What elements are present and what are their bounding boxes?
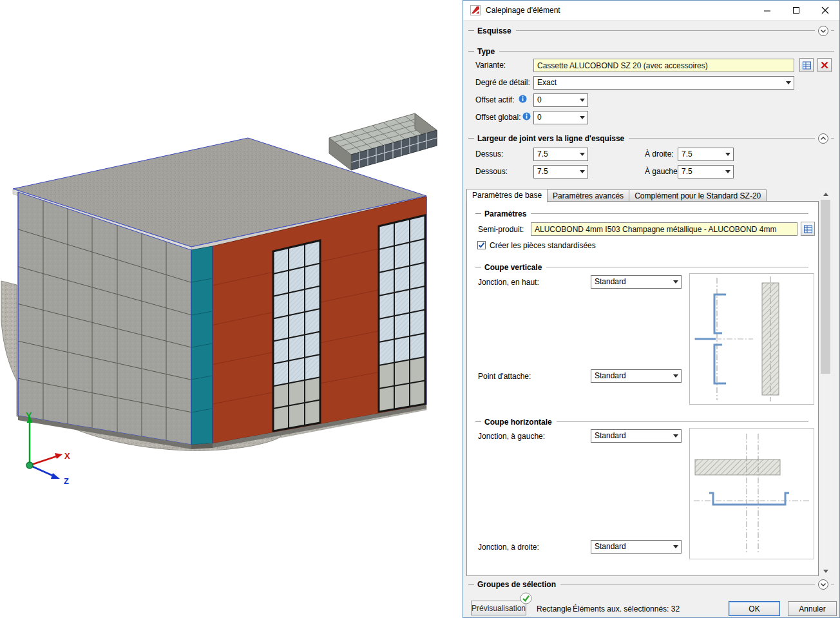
axis-x-label: X — [64, 451, 70, 461]
section-coupe-verticale: Coupe verticale — [475, 262, 808, 273]
offset-actif-select[interactable]: 0 — [533, 93, 588, 107]
maximize-icon — [792, 6, 800, 14]
section-type-label: Type — [477, 47, 495, 56]
joint-gauche-select[interactable]: 7.5 — [678, 165, 734, 179]
previsualisation-button[interactable]: Prévisualisation — [471, 601, 526, 615]
chevron-down-icon[interactable] — [817, 579, 829, 590]
dialog-title-bar[interactable]: Calepinage d'élément — [463, 1, 839, 21]
chevron-down-icon — [671, 276, 680, 287]
joint-droite-label: À droite: — [645, 150, 674, 159]
building-model: Y X Z — [0, 0, 463, 618]
chevron-down-icon — [671, 430, 680, 441]
cancel-button[interactable]: Annuler — [788, 601, 837, 616]
tab-parametres-avances[interactable]: Paramètres avancés — [547, 189, 629, 202]
chevron-down-icon — [671, 371, 680, 381]
joint-dessous-select[interactable]: 7.5 — [533, 165, 588, 179]
chevron-down-icon — [783, 77, 793, 88]
window-band-right — [379, 215, 425, 412]
joint-droite-select[interactable]: 7.5 — [678, 148, 734, 161]
preview-active-check-icon — [520, 592, 532, 604]
viewport-3d[interactable]: Y X Z — [0, 0, 463, 618]
joint-gauche-label: À gauche: — [645, 167, 680, 176]
shape-status-label: Rectangle — [537, 604, 571, 613]
offset-global-value: 0 — [537, 113, 576, 122]
jonction-gauche-value: Standard — [595, 431, 669, 441]
maximize-button[interactable] — [781, 1, 810, 21]
jonction-droite-select[interactable]: Standard — [591, 540, 682, 554]
semi-produit-field[interactable] — [531, 222, 797, 236]
chevron-down-icon[interactable] — [817, 25, 829, 37]
selection-count-label: Éléments aux. sélectionnés: 32 — [573, 604, 680, 613]
jonction-gauche-select[interactable]: Standard — [591, 429, 682, 443]
check-icon — [478, 242, 485, 249]
chevron-down-icon — [723, 149, 732, 160]
degre-detail-select[interactable]: Exact — [533, 76, 794, 90]
catalog-icon — [802, 61, 812, 70]
semi-produit-catalog-button[interactable] — [801, 222, 815, 236]
point-attache-label: Point d'attache: — [478, 372, 531, 381]
creer-pieces-checkbox[interactable] — [477, 241, 486, 249]
window-band-left — [273, 240, 320, 431]
section-coupe-horizontale: Coupe horizontale — [475, 416, 808, 427]
clerestory — [329, 113, 437, 170]
section-esquisse-label: Esquisse — [477, 26, 511, 35]
joint-droite-value: 7.5 — [682, 150, 721, 159]
creer-pieces-label: Créer les pièces standardisées — [490, 241, 596, 250]
variante-field[interactable] — [533, 59, 794, 72]
variante-catalog-button[interactable] — [799, 58, 814, 72]
degre-detail-label: Degré de détail: — [475, 78, 530, 87]
minimize-button[interactable] — [752, 1, 781, 21]
red-x-icon — [820, 61, 829, 70]
info-icon[interactable] — [519, 95, 527, 105]
tab-complement-standard[interactable]: Complément pour le Standard SZ-20 — [629, 189, 767, 202]
info-icon[interactable] — [522, 112, 531, 122]
catalog-icon — [803, 224, 813, 234]
tab-bar: Paramètres de base Paramètres avancés Co… — [466, 189, 767, 202]
building-corner-panel — [191, 246, 213, 445]
jonction-gauche-label: Jonction, à gauche: — [478, 432, 545, 441]
axis-y-label: Y — [26, 410, 32, 421]
offset-global-select[interactable]: 0 — [533, 111, 588, 124]
chevron-down-icon — [671, 541, 680, 552]
joint-gauche-value: 7.5 — [682, 167, 721, 177]
tab-panel-parametres-de-base: Paramètres Semi-produit: Cré — [466, 201, 819, 576]
semi-produit-label: Semi-produit: — [478, 225, 524, 234]
close-button[interactable] — [810, 1, 839, 21]
offset-actif-label: Offset actif: — [475, 95, 514, 104]
coupe-horizontale-preview — [689, 428, 814, 559]
scroll-up-button[interactable] — [820, 189, 831, 199]
section-coupe-verticale-label: Coupe verticale — [484, 263, 542, 272]
joint-dessus-value: 7.5 — [537, 150, 576, 159]
point-attache-value: Standard — [595, 371, 669, 381]
scrollbar-thumb[interactable] — [821, 200, 830, 374]
axis-z-label: Z — [64, 476, 69, 486]
joint-dessous-value: 7.5 — [537, 167, 576, 177]
section-parametres-label: Paramètres — [484, 209, 526, 218]
section-esquisse: Esquisse — [468, 25, 834, 36]
joint-dessus-select[interactable]: 7.5 — [533, 148, 588, 161]
chevron-up-icon[interactable] — [817, 133, 829, 144]
section-coupe-horizontale-label: Coupe horizontale — [484, 418, 552, 427]
offset-actif-value: 0 — [537, 95, 576, 105]
section-groupes-selection-label: Groupes de sélection — [477, 580, 556, 589]
section-largeur-joint: Largeur de joint vers la ligne d'esquiss… — [468, 133, 834, 144]
panel-scrollbar[interactable] — [820, 189, 831, 576]
degre-detail-value: Exact — [537, 78, 782, 88]
jonction-haut-select[interactable]: Standard — [591, 275, 682, 289]
variante-delete-button[interactable] — [817, 58, 832, 72]
scroll-down-button[interactable] — [820, 566, 831, 576]
ok-button[interactable]: OK — [729, 601, 780, 616]
dialog-title: Calepinage d'élément — [486, 6, 560, 15]
section-groupes-selection: Groupes de sélection — [468, 579, 834, 590]
jonction-droite-value: Standard — [595, 542, 669, 552]
chevron-down-icon — [577, 95, 587, 106]
point-attache-select[interactable]: Standard — [591, 369, 682, 383]
minimize-icon — [763, 6, 771, 14]
tab-parametres-de-base[interactable]: Paramètres de base — [466, 189, 548, 202]
jonction-haut-value: Standard — [595, 277, 669, 287]
app-icon — [470, 5, 481, 15]
section-largeur-joint-label: Largeur de joint vers la ligne d'esquiss… — [477, 134, 624, 143]
dialog-calepinage: Calepinage d'élément Esquisse Type Varia… — [463, 0, 840, 618]
application-window: Y X Z Calepinage d'élément Esquisse — [0, 0, 840, 618]
variante-label: Variante: — [475, 61, 506, 70]
